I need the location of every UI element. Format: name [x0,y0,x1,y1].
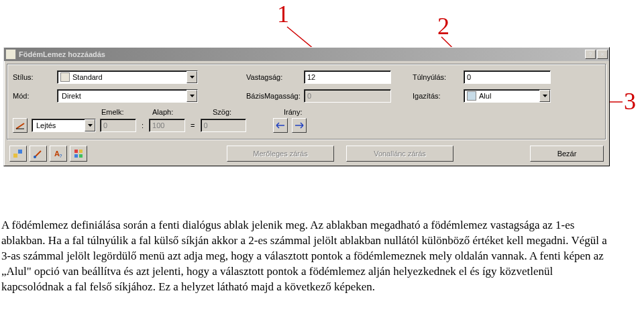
bazismagassag-value: 0 [307,90,311,102]
palette-icon [13,148,23,159]
stilus-value: Standard [72,71,186,83]
combo-igazitas[interactable]: Alul [464,89,551,103]
row-3-labels: Emelk: Alaph: Szög: Irány: [13,107,600,117]
label-tulnyulas: Túlnyúlás: [413,73,460,81]
titlebar: FödémLemez hozzáadás ? × [4,48,609,61]
chevron-down-icon[interactable] [186,90,197,102]
equals-sep: = [189,121,196,129]
grid-icon [73,148,84,159]
svg-rect-9 [79,150,83,153]
svg-text:?: ? [59,153,62,159]
label-bazismagassag: BázisMagasság: [246,92,300,100]
slope-icon-button[interactable] [13,118,28,133]
row-2: Mód: Direkt BázisMagasság: 0 Igazítás: A… [13,89,600,103]
svg-rect-4 [18,150,22,154]
toolbar: A ? Merőleges zárás Vonallánc zárás Bezá… [4,143,609,166]
input-vastagsag[interactable]: 12 [304,70,391,84]
annotation-1: 1 [277,0,289,28]
slope-icon [15,121,25,129]
style-swatch-icon [60,72,70,82]
input-szog: 0 [201,119,246,132]
input-tulnyulas[interactable]: 0 [464,70,551,84]
polyline-close-button: Vonallánc zárás [346,146,453,162]
label-irany: Irány: [284,108,317,116]
colon-sep: : [140,121,145,129]
input-emelk: 0 [100,119,136,132]
help-button[interactable]: ? [585,50,596,59]
row-1: Stílus: Standard Vastagság: 12 Túlnyúlás… [13,70,600,85]
annotation-3: 3 [624,87,636,115]
label-alaph: Alaph: [152,108,193,116]
main-panel: Stílus: Standard Vastagság: 12 Túlnyúlás… [7,64,606,140]
chevron-down-icon[interactable] [539,90,550,102]
chevron-down-icon[interactable] [85,119,95,131]
close-button[interactable]: × [597,50,608,59]
brush-icon [33,148,44,159]
direction-right-button[interactable] [292,118,307,133]
app-icon [5,49,16,60]
direction-left-button[interactable] [273,118,288,133]
description-paragraph: A födémlemez definiálása során a fenti d… [1,218,612,295]
svg-rect-8 [74,150,78,153]
szog-value: 0 [204,119,208,131]
label-szog: Szög: [213,108,253,116]
perpendicular-close-button: Merőleges zárás [227,146,334,162]
window-title: FödémLemez hozzáadás [19,50,584,58]
mod-value: Direkt [60,90,186,102]
input-bazismagassag: 0 [304,89,391,103]
chevron-down-icon[interactable] [186,71,197,83]
tool-button-1[interactable] [9,146,27,162]
combo-mod[interactable]: Direkt [57,89,198,103]
tool-button-4[interactable] [70,146,87,162]
svg-point-5 [34,156,36,158]
alaph-value: 100 [152,119,164,131]
input-alaph: 100 [149,119,185,132]
label-igazitas: Igazítás: [413,92,460,100]
svg-rect-3 [13,154,17,158]
label-stilus: Stílus: [13,73,53,81]
dialog-window: FödémLemez hozzáadás ? × Stílus: Standar… [3,47,610,166]
vastagsag-value: 12 [307,71,315,83]
text-style-icon: A ? [53,148,64,159]
tool-button-3[interactable]: A ? [50,146,67,162]
label-mod: Mód: [13,92,53,100]
arrow-left-right-icon [276,122,285,129]
tulnyulas-value: 0 [467,71,471,83]
label-vastagsag: Vastagság: [246,73,300,81]
svg-rect-11 [79,154,83,158]
lejtes-value: Lejtés [35,119,85,131]
tool-button-2[interactable] [30,146,47,162]
alignment-icon [467,91,476,101]
close-dialog-button[interactable]: Bezár [530,146,604,162]
svg-rect-10 [74,154,78,158]
combo-lejtes[interactable]: Lejtés [32,119,96,132]
combo-stilus[interactable]: Standard [57,70,198,84]
label-emelk: Emelk: [101,108,142,116]
arrow-right-icon [294,122,304,129]
row-3: Lejtés 0 : 100 = 0 [13,118,600,133]
igazitas-value: Alul [479,90,539,102]
annotation-2: 2 [437,12,449,40]
emelk-value: 0 [103,119,107,131]
